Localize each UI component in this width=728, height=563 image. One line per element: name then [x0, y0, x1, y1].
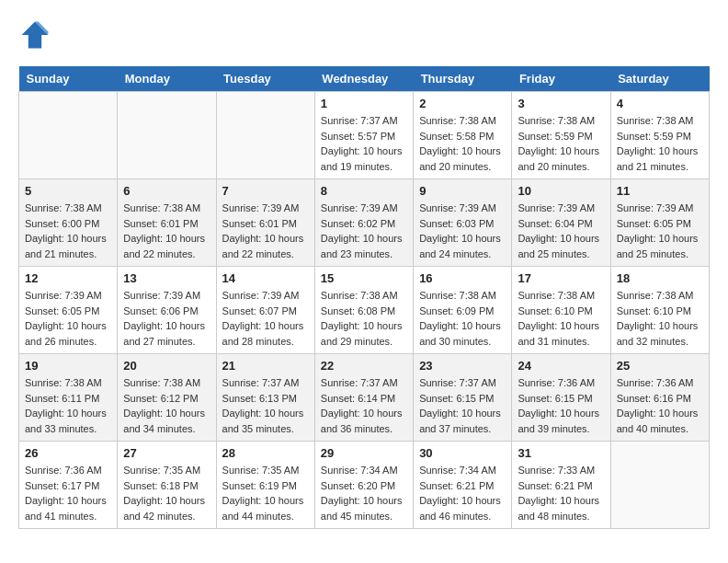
logo-icon: [18, 18, 51, 52]
day-info: Sunrise: 7:39 AM Sunset: 6:04 PM Dayligh…: [518, 201, 604, 261]
day-number: 25: [617, 359, 703, 373]
calendar-cell: 19Sunrise: 7:38 AM Sunset: 6:11 PM Dayli…: [19, 354, 118, 442]
day-number: 19: [25, 359, 111, 373]
day-number: 15: [321, 271, 407, 285]
day-info: Sunrise: 7:38 AM Sunset: 6:10 PM Dayligh…: [617, 288, 703, 349]
calendar-cell: 24Sunrise: 7:36 AM Sunset: 6:15 PM Dayli…: [512, 354, 610, 442]
day-info: Sunrise: 7:37 AM Sunset: 6:15 PM Dayligh…: [419, 375, 506, 436]
day-info: Sunrise: 7:38 AM Sunset: 6:01 PM Dayligh…: [123, 201, 210, 261]
day-number: 24: [518, 359, 604, 373]
day-info: Sunrise: 7:36 AM Sunset: 6:16 PM Dayligh…: [617, 375, 703, 436]
day-number: 1: [321, 97, 407, 110]
calendar-cell: 12Sunrise: 7:39 AM Sunset: 6:05 PM Dayli…: [19, 267, 118, 354]
day-number: 5: [25, 184, 111, 198]
day-info: Sunrise: 7:36 AM Sunset: 6:17 PM Dayligh…: [25, 463, 111, 523]
day-info: Sunrise: 7:38 AM Sunset: 5:59 PM Dayligh…: [518, 113, 604, 174]
day-info: Sunrise: 7:37 AM Sunset: 5:57 PM Dayligh…: [321, 113, 407, 174]
weekday-header-friday: Friday: [512, 66, 610, 92]
day-info: Sunrise: 7:39 AM Sunset: 6:06 PM Dayligh…: [123, 288, 210, 349]
calendar-cell: 4Sunrise: 7:38 AM Sunset: 5:59 PM Daylig…: [610, 92, 709, 179]
calendar-cell: 21Sunrise: 7:37 AM Sunset: 6:13 PM Dayli…: [216, 354, 314, 442]
calendar-cell: 28Sunrise: 7:35 AM Sunset: 6:19 PM Dayli…: [216, 442, 314, 529]
day-number: 12: [25, 271, 111, 285]
calendar-cell: 14Sunrise: 7:39 AM Sunset: 6:07 PM Dayli…: [216, 267, 314, 354]
calendar-cell: 25Sunrise: 7:36 AM Sunset: 6:16 PM Dayli…: [610, 354, 709, 442]
calendar-table: SundayMondayTuesdayWednesdayThursdayFrid…: [18, 66, 710, 529]
day-info: Sunrise: 7:36 AM Sunset: 6:15 PM Dayligh…: [518, 375, 604, 436]
day-number: 26: [25, 446, 111, 460]
day-number: 17: [518, 271, 604, 285]
calendar-cell: 5Sunrise: 7:38 AM Sunset: 6:00 PM Daylig…: [19, 179, 118, 267]
calendar-week-row: 1Sunrise: 7:37 AM Sunset: 5:57 PM Daylig…: [19, 92, 710, 179]
calendar-cell: 3Sunrise: 7:38 AM Sunset: 5:59 PM Daylig…: [512, 92, 610, 179]
weekday-header-row: SundayMondayTuesdayWednesdayThursdayFrid…: [19, 66, 710, 92]
calendar-cell: 10Sunrise: 7:39 AM Sunset: 6:04 PM Dayli…: [512, 179, 610, 267]
day-number: 29: [321, 446, 407, 460]
calendar-cell: 29Sunrise: 7:34 AM Sunset: 6:20 PM Dayli…: [314, 442, 413, 529]
weekday-header-tuesday: Tuesday: [216, 66, 314, 92]
calendar-cell: 15Sunrise: 7:38 AM Sunset: 6:08 PM Dayli…: [314, 267, 413, 354]
calendar-cell: 23Sunrise: 7:37 AM Sunset: 6:15 PM Dayli…: [414, 354, 512, 442]
day-number: 2: [419, 97, 506, 110]
day-info: Sunrise: 7:38 AM Sunset: 6:11 PM Dayligh…: [25, 375, 111, 436]
day-info: Sunrise: 7:39 AM Sunset: 6:03 PM Dayligh…: [419, 201, 506, 261]
day-info: Sunrise: 7:34 AM Sunset: 6:20 PM Dayligh…: [321, 463, 407, 523]
day-info: Sunrise: 7:35 AM Sunset: 6:18 PM Dayligh…: [123, 463, 210, 523]
calendar-cell: [19, 92, 118, 179]
day-number: 6: [123, 184, 210, 198]
calendar-cell: 16Sunrise: 7:38 AM Sunset: 6:09 PM Dayli…: [414, 267, 512, 354]
day-number: 30: [419, 446, 506, 460]
day-number: 23: [419, 359, 506, 373]
calendar-cell: 31Sunrise: 7:33 AM Sunset: 6:21 PM Dayli…: [512, 442, 610, 529]
calendar-cell: 8Sunrise: 7:39 AM Sunset: 6:02 PM Daylig…: [314, 179, 413, 267]
day-info: Sunrise: 7:37 AM Sunset: 6:13 PM Dayligh…: [222, 375, 309, 436]
calendar-week-row: 26Sunrise: 7:36 AM Sunset: 6:17 PM Dayli…: [19, 442, 710, 529]
svg-marker-0: [22, 22, 49, 49]
day-info: Sunrise: 7:38 AM Sunset: 5:59 PM Dayligh…: [617, 113, 703, 174]
calendar-cell: 1Sunrise: 7:37 AM Sunset: 5:57 PM Daylig…: [314, 92, 413, 179]
day-info: Sunrise: 7:38 AM Sunset: 6:08 PM Dayligh…: [321, 288, 407, 349]
day-number: 28: [222, 446, 309, 460]
calendar-cell: [118, 92, 216, 179]
calendar-cell: 20Sunrise: 7:38 AM Sunset: 6:12 PM Dayli…: [118, 354, 216, 442]
weekday-header-sunday: Sunday: [19, 66, 118, 92]
calendar-cell: 13Sunrise: 7:39 AM Sunset: 6:06 PM Dayli…: [118, 267, 216, 354]
day-number: 9: [419, 184, 506, 198]
calendar-cell: 17Sunrise: 7:38 AM Sunset: 6:10 PM Dayli…: [512, 267, 610, 354]
day-number: 10: [518, 184, 604, 198]
day-number: 7: [222, 184, 309, 198]
calendar-cell: 30Sunrise: 7:34 AM Sunset: 6:21 PM Dayli…: [414, 442, 512, 529]
calendar-cell: 9Sunrise: 7:39 AM Sunset: 6:03 PM Daylig…: [414, 179, 512, 267]
day-info: Sunrise: 7:38 AM Sunset: 6:09 PM Dayligh…: [419, 288, 506, 349]
day-info: Sunrise: 7:39 AM Sunset: 6:07 PM Dayligh…: [222, 288, 309, 349]
page-header: [18, 18, 710, 52]
calendar-week-row: 5Sunrise: 7:38 AM Sunset: 6:00 PM Daylig…: [19, 179, 710, 267]
day-info: Sunrise: 7:38 AM Sunset: 6:10 PM Dayligh…: [518, 288, 604, 349]
day-info: Sunrise: 7:39 AM Sunset: 6:05 PM Dayligh…: [617, 201, 703, 261]
day-number: 11: [617, 184, 703, 198]
calendar-cell: 2Sunrise: 7:38 AM Sunset: 5:58 PM Daylig…: [414, 92, 512, 179]
calendar-cell: [216, 92, 314, 179]
logo: [18, 18, 57, 52]
day-number: 4: [617, 97, 703, 110]
day-number: 14: [222, 271, 309, 285]
calendar-cell: 26Sunrise: 7:36 AM Sunset: 6:17 PM Dayli…: [19, 442, 118, 529]
calendar-cell: 11Sunrise: 7:39 AM Sunset: 6:05 PM Dayli…: [610, 179, 709, 267]
day-info: Sunrise: 7:39 AM Sunset: 6:02 PM Dayligh…: [321, 201, 407, 261]
day-number: 27: [123, 446, 210, 460]
weekday-header-saturday: Saturday: [610, 66, 709, 92]
day-info: Sunrise: 7:38 AM Sunset: 5:58 PM Dayligh…: [419, 113, 506, 174]
calendar-cell: 22Sunrise: 7:37 AM Sunset: 6:14 PM Dayli…: [314, 354, 413, 442]
day-info: Sunrise: 7:35 AM Sunset: 6:19 PM Dayligh…: [222, 463, 309, 523]
calendar-week-row: 12Sunrise: 7:39 AM Sunset: 6:05 PM Dayli…: [19, 267, 710, 354]
weekday-header-monday: Monday: [118, 66, 216, 92]
day-info: Sunrise: 7:34 AM Sunset: 6:21 PM Dayligh…: [419, 463, 506, 523]
day-number: 8: [321, 184, 407, 198]
day-info: Sunrise: 7:39 AM Sunset: 6:01 PM Dayligh…: [222, 201, 309, 261]
calendar-week-row: 19Sunrise: 7:38 AM Sunset: 6:11 PM Dayli…: [19, 354, 710, 442]
day-info: Sunrise: 7:33 AM Sunset: 6:21 PM Dayligh…: [518, 463, 604, 523]
calendar-cell: 7Sunrise: 7:39 AM Sunset: 6:01 PM Daylig…: [216, 179, 314, 267]
day-info: Sunrise: 7:38 AM Sunset: 6:00 PM Dayligh…: [25, 201, 111, 261]
day-number: 31: [518, 446, 604, 460]
day-info: Sunrise: 7:37 AM Sunset: 6:14 PM Dayligh…: [321, 375, 407, 436]
